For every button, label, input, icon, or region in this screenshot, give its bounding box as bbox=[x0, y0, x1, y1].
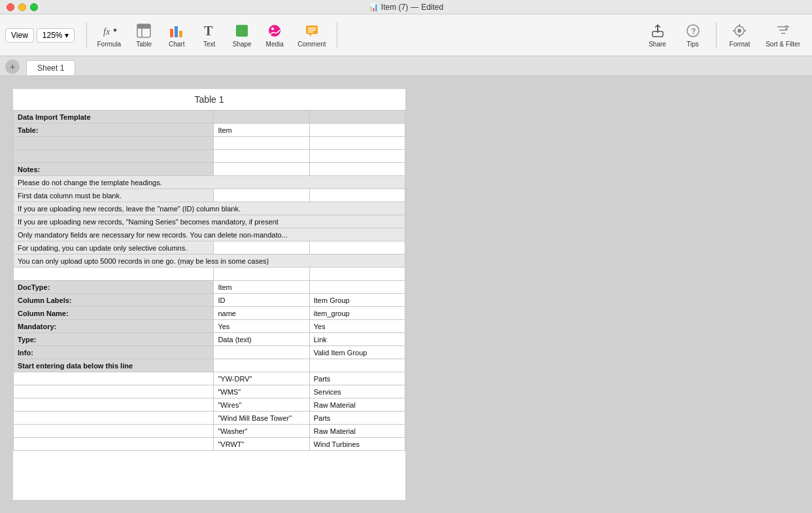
text-label: Text bbox=[203, 41, 215, 48]
cell-c5[interactable] bbox=[309, 163, 405, 176]
cell-mandatory-label[interactable]: Mandatory: bbox=[14, 320, 214, 333]
cell-a5[interactable]: Notes: bbox=[14, 163, 214, 176]
cell-c1[interactable] bbox=[309, 111, 405, 124]
cell-a3[interactable] bbox=[14, 137, 214, 150]
view-dropdown[interactable]: View bbox=[5, 28, 34, 43]
cell-data-1-b[interactable]: "YW-DRV" bbox=[214, 372, 309, 385]
cell-data-2-a[interactable] bbox=[14, 385, 214, 398]
cell-data-3-a[interactable] bbox=[14, 398, 214, 412]
maximize-button[interactable] bbox=[30, 3, 38, 11]
cell-c7[interactable] bbox=[309, 189, 405, 202]
cell-data-5-b[interactable]: "Washer" bbox=[214, 425, 309, 438]
svg-rect-5 bbox=[137, 24, 150, 28]
cell-note-5[interactable]: Only mandatory fields are necessary for … bbox=[14, 228, 405, 241]
cell-type-group[interactable]: Link bbox=[309, 333, 405, 346]
cell-note-7[interactable]: You can only upload upto 5000 records in… bbox=[14, 255, 405, 268]
svg-rect-7 bbox=[175, 26, 178, 37]
cell-b11[interactable] bbox=[214, 241, 309, 255]
cell-col-name-label[interactable]: Column Name: bbox=[14, 307, 214, 320]
cell-c13[interactable] bbox=[309, 268, 405, 281]
cell-a1[interactable]: Data Import Template bbox=[14, 111, 214, 124]
cell-b3[interactable] bbox=[214, 137, 309, 150]
cell-col-name-group[interactable]: item_group bbox=[309, 307, 405, 320]
text-button[interactable]: T Text bbox=[193, 18, 226, 53]
cell-b1[interactable] bbox=[214, 111, 309, 124]
cell-note-6[interactable]: For updating, you can update only select… bbox=[14, 241, 214, 255]
cell-b2[interactable]: Item bbox=[214, 124, 309, 137]
cell-mandatory-group[interactable]: Yes bbox=[309, 320, 405, 333]
cell-data-3-c[interactable]: Raw Material bbox=[309, 398, 405, 412]
media-button[interactable]: Media bbox=[258, 18, 291, 53]
cell-col-labels-group[interactable]: Item Group bbox=[309, 294, 405, 307]
formula-button[interactable]: fx Formula bbox=[91, 18, 128, 53]
cell-data-6-a[interactable] bbox=[14, 438, 214, 451]
cell-doctype-label[interactable]: DocType: bbox=[14, 281, 214, 294]
spreadsheet: Table 1 Data Import Template Table: Item bbox=[13, 89, 405, 500]
share-button[interactable]: Share bbox=[641, 18, 674, 53]
cell-data-1-c[interactable]: Parts bbox=[309, 372, 405, 385]
cell-data-4-b[interactable]: "Wind Mill Base Tower" bbox=[214, 412, 309, 425]
table-label: Table bbox=[136, 41, 152, 48]
cell-data-4-c[interactable]: Parts bbox=[309, 412, 405, 425]
cell-info-id[interactable] bbox=[214, 346, 309, 359]
cell-c2[interactable] bbox=[309, 124, 405, 137]
cell-start-label[interactable]: Start entering data below this line bbox=[14, 359, 214, 372]
zoom-control[interactable]: 125% ▾ bbox=[37, 28, 75, 43]
cell-data-4-a[interactable] bbox=[14, 412, 214, 425]
cell-a13[interactable] bbox=[14, 268, 214, 281]
cell-note-3[interactable]: If you are uploading new records, leave … bbox=[14, 202, 405, 215]
cell-b13[interactable] bbox=[214, 268, 309, 281]
cell-b5[interactable] bbox=[214, 163, 309, 176]
table-row bbox=[14, 150, 405, 163]
chart-label: Chart bbox=[169, 41, 184, 48]
cell-c4[interactable] bbox=[309, 150, 405, 163]
cell-b7[interactable] bbox=[214, 189, 309, 202]
cell-mandatory-id[interactable]: Yes bbox=[214, 320, 309, 333]
close-button[interactable] bbox=[7, 3, 14, 11]
chart-button[interactable]: Chart bbox=[160, 18, 193, 53]
cell-a4[interactable] bbox=[14, 150, 214, 163]
table-button[interactable]: Table bbox=[127, 18, 160, 53]
svg-rect-6 bbox=[170, 29, 173, 37]
cell-start-c[interactable] bbox=[309, 359, 405, 372]
cell-data-1-a[interactable] bbox=[14, 372, 214, 385]
table-row: Please do not change the template headin… bbox=[14, 176, 405, 189]
cell-note-4[interactable]: If you are uploading new records, "Namin… bbox=[14, 215, 405, 228]
cell-c3[interactable] bbox=[309, 137, 405, 150]
format-button[interactable]: Format bbox=[723, 18, 757, 53]
cell-data-5-c[interactable]: Raw Material bbox=[309, 425, 405, 438]
cell-info-label[interactable]: Info: bbox=[14, 346, 214, 359]
sheet1-tab[interactable]: Sheet 1 bbox=[26, 60, 75, 75]
cell-data-2-b[interactable]: "WMS" bbox=[214, 385, 309, 398]
cell-info-group[interactable]: Valid Item Group bbox=[309, 346, 405, 359]
cell-col-name-name[interactable]: name bbox=[214, 307, 309, 320]
cell-doctype-value[interactable]: Item bbox=[214, 281, 309, 294]
cell-start-b[interactable] bbox=[214, 359, 309, 372]
cell-note-1[interactable]: Please do not change the template headin… bbox=[14, 176, 405, 189]
add-sheet-button[interactable]: + bbox=[5, 60, 20, 74]
cell-note-2[interactable]: First data column must be blank. bbox=[14, 189, 214, 202]
cell-data-6-c[interactable]: Wind Turbines bbox=[309, 438, 405, 451]
svg-text:?: ? bbox=[691, 27, 696, 36]
title-text: Item (7) bbox=[381, 3, 408, 12]
cell-c14[interactable] bbox=[309, 281, 405, 294]
cell-col-labels-label[interactable]: Column Labels: bbox=[14, 294, 214, 307]
cell-data-2-c[interactable]: Services bbox=[309, 385, 405, 398]
cell-data-3-b[interactable]: "Wires" bbox=[214, 398, 309, 412]
sort-filter-button[interactable]: Sort & Filter bbox=[759, 18, 807, 53]
cell-c11[interactable] bbox=[309, 241, 405, 255]
shape-button[interactable]: Shape bbox=[226, 18, 258, 53]
cell-type-id[interactable]: Data (text) bbox=[214, 333, 309, 346]
minimize-button[interactable] bbox=[18, 3, 26, 11]
toolbar-right: Share ? Tips bbox=[641, 18, 807, 53]
cell-data-5-a[interactable] bbox=[14, 425, 214, 438]
cell-a2[interactable]: Table: bbox=[14, 124, 214, 137]
comment-button[interactable]: Comment bbox=[291, 18, 332, 53]
cell-col-labels-id[interactable]: ID bbox=[214, 294, 309, 307]
cell-b4[interactable] bbox=[214, 150, 309, 163]
cell-type-label[interactable]: Type: bbox=[14, 333, 214, 346]
tips-button[interactable]: ? Tips bbox=[677, 18, 709, 53]
shape-label: Shape bbox=[233, 41, 252, 48]
cell-data-6-b[interactable]: "VRWT" bbox=[214, 438, 309, 451]
media-icon bbox=[267, 23, 282, 39]
